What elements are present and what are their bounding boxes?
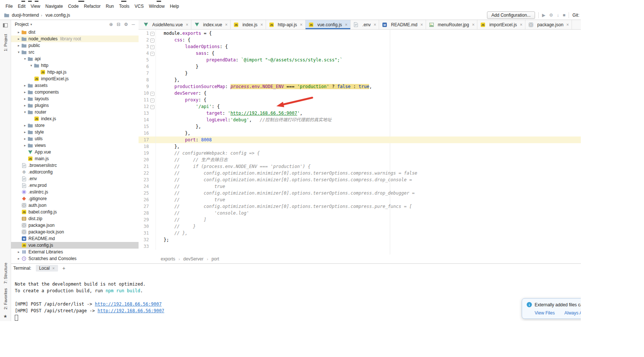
tree-item-node-modules[interactable]: ▸node_moduleslibrary root [11,36,139,42]
code-line[interactable]: 32}; [139,236,581,243]
menu-item-window[interactable]: Window [146,3,167,10]
editor-tab-menurouter-jpg[interactable]: menuRouter.jpg× [426,20,478,29]
tree-item-eslintrc-js[interactable]: .eslintrc.js [11,189,139,195]
fold-icon[interactable]: - [150,52,154,56]
code-line[interactable]: 24 // true [139,183,581,190]
breadcrumb-project[interactable]: duoji-frontend [12,13,39,18]
add-configuration-button[interactable]: Add Configuration... [487,11,535,19]
close-icon[interactable]: × [186,22,188,27]
code-line[interactable]: 1-module.exports = { [139,30,581,37]
menu-item-vcs[interactable]: VCS [132,3,146,10]
favorites-star-icon[interactable]: ★ [3,314,7,319]
menu-item-tools[interactable]: Tools [116,3,132,10]
chevron-right-icon[interactable]: ▸ [16,37,21,41]
hide-icon[interactable]: ─ [132,22,135,27]
chevron-right-icon[interactable]: ▸ [16,250,21,254]
tree-item-src[interactable]: ▾src [11,49,139,55]
tree-item-browserslistrc[interactable]: .browserslistrc [11,162,139,169]
code-line[interactable]: 31 // }, [139,230,581,236]
breadcrumb-file[interactable]: vue.config.js [45,13,70,18]
notification-action-view-files[interactable]: View Files [535,310,555,316]
terminal-cursor[interactable] [15,315,18,321]
chevron-right-icon[interactable]: ▸ [23,144,27,147]
menu-item-navigate[interactable]: Navigate [43,3,65,10]
tree-item-index-js[interactable]: JSindex.js [11,115,139,122]
tree-item-external-libraries[interactable]: ▸External Libraries [11,249,139,255]
code-line[interactable]: 7 } [139,70,581,77]
editor-tab-env[interactable]: .env× [351,20,379,29]
tree-item-env-prod[interactable]: .env.prod [11,182,139,189]
code-line[interactable]: 22 // config.optimization.minimizer[0].o… [139,170,581,176]
new-terminal-tab-button[interactable]: + [62,265,65,271]
code-line[interactable]: 27 // config.optimization.minimizer[0].o… [139,203,581,210]
tree-item-scratches-and-consoles[interactable]: ▸Scratches and Consoles [11,255,139,262]
code-line[interactable]: 26 // true [139,196,581,203]
chevron-right-icon[interactable]: ▸ [16,44,21,47]
breadcrumb-exports[interactable]: exports [161,256,175,262]
tree-item-readme-md[interactable]: MREADME.md [11,235,139,242]
code-line[interactable]: 12- '/api': { [139,103,581,110]
tree-item-api[interactable]: ▾api [11,55,139,62]
code-line[interactable]: 8 }, [139,77,581,83]
stripe-project-label[interactable]: 1: Project [3,34,8,51]
fold-icon[interactable]: - [150,98,154,102]
tree-item-vue-config-js[interactable]: JSvue.config.js [11,242,139,249]
editor-tab-asidemenu-vue[interactable]: AsideMenu.vue× [140,20,191,29]
code-line[interactable]: 10- devServer: { [139,90,581,97]
fold-icon[interactable]: - [150,45,154,49]
menu-item-run[interactable]: Run [103,3,116,10]
code-line[interactable]: 6 } [139,63,581,70]
close-icon[interactable]: × [420,22,423,27]
terminal-link[interactable]: http://192.168.66.56:9007 [98,308,164,313]
chevron-right-icon[interactable]: ▸ [23,124,27,127]
tree-item-views[interactable]: ▸views [11,142,139,149]
code-line[interactable]: 23 // config.optimization.minimizer[0].o… [139,176,581,183]
stripe-favorites-label[interactable]: 2: Favorites [3,288,8,309]
tree-item-components[interactable]: ▸components [11,89,139,95]
chevron-right-icon[interactable]: ▸ [23,104,27,107]
menu-item-help[interactable]: Help [167,3,182,10]
tree-item-package-lock-json[interactable]: {}package-lock.json [11,229,139,235]
fold-icon[interactable]: - [150,38,154,43]
code-line[interactable]: 19 // configureWebpack: config => { [139,150,581,156]
close-icon[interactable]: × [52,266,54,270]
menu-item-file[interactable]: File [3,3,15,10]
update-project-icon[interactable]: ↓ [557,13,559,18]
code-line[interactable]: 17 port: 8008 [139,137,581,143]
tree-item-assets[interactable]: ▸assets [11,82,139,89]
chevron-right-icon[interactable]: ▸ [23,130,27,134]
stop-icon[interactable]: ■ [563,13,565,18]
code-line[interactable]: 11- proxy: { [139,97,581,103]
chevron-down-icon[interactable]: ▾ [23,57,27,61]
terminal-tab-local[interactable]: Local × [36,265,58,272]
code-line[interactable]: 21 // if (process.env.NODE_ENV === 'prod… [139,163,581,170]
project-panel-title[interactable]: Project [15,22,28,27]
tree-item-dist-zip[interactable]: dist.zip [11,215,139,222]
tree-item-auth-json[interactable]: {}auth.json [11,202,139,209]
tree-item-http-api-js[interactable]: JShttp-api.js [11,69,139,75]
run-icon[interactable]: ▶ [542,13,545,18]
code-line[interactable]: 20 // // 生产去除日志 [139,156,581,163]
tool-window-icon[interactable] [3,22,8,29]
settings-icon[interactable]: ⚙ [124,22,128,27]
project-tree[interactable]: ▸dist▸node_moduleslibrary root▸public▾sr… [11,29,139,263]
tree-item-store[interactable]: ▸store [11,122,139,129]
editor-tab-index-vue[interactable]: index.vue× [191,20,231,29]
tree-item-style[interactable]: ▸style [11,129,139,135]
tree-item-main-js[interactable]: JSmain.js [11,155,139,162]
stripe-structure-label[interactable]: 7: Structure [3,263,8,284]
terminal-link[interactable]: http://192.168.66.56:9007 [95,302,162,307]
fold-icon[interactable]: - [150,92,154,96]
notification-action-always-add[interactable]: Always Add [564,310,581,316]
close-icon[interactable]: × [225,22,228,27]
tree-item-plugins[interactable]: ▸plugins [11,102,139,109]
tree-item-gitignore[interactable]: .gitignore [11,195,139,202]
close-icon[interactable]: × [345,22,348,27]
tree-item-http[interactable]: ▾http [11,62,139,69]
tree-item-editorconfig[interactable]: ⚙.editorconfig [11,169,139,175]
code-line[interactable]: 15 }, [139,123,581,130]
tree-item-utils[interactable]: ▸utils [11,135,139,142]
code-line[interactable]: 16 }, [139,130,581,137]
code-line[interactable]: 14 logLevel:'debug', //控制台终端打印代理前的真实地址 [139,117,581,123]
tree-item-dist[interactable]: ▸dist [11,29,139,36]
